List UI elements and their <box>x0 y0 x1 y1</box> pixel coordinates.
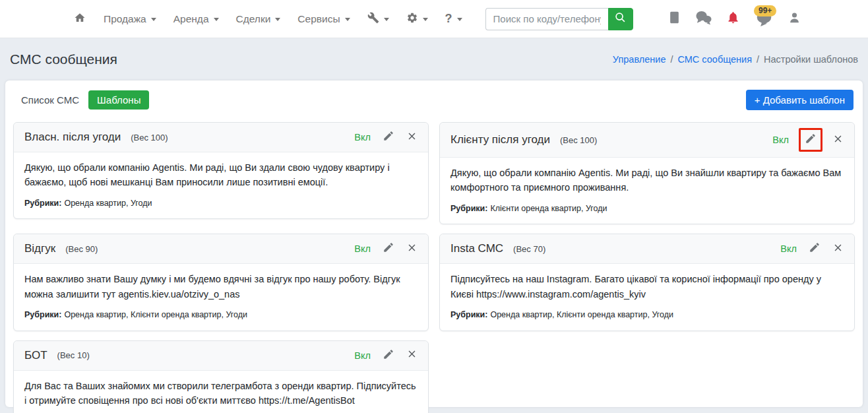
enabled-toggle[interactable]: Вкл <box>354 132 371 143</box>
edit-button[interactable] <box>381 346 396 365</box>
template-card: БОТ (Вес 10) Вкл Для Вас та Ваших знайом… <box>13 340 429 413</box>
template-controls: Вкл <box>354 346 418 365</box>
nav-menu-rent[interactable]: Аренда <box>165 8 228 30</box>
enabled-toggle[interactable]: Вкл <box>780 243 797 254</box>
template-text: Підписуйтесь на наш Instagram. Багато ці… <box>450 272 844 302</box>
delete-button[interactable] <box>406 131 418 144</box>
template-controls: Вкл <box>780 239 844 258</box>
close-icon <box>406 348 418 362</box>
breadcrumb-current: Настройки шаблонов <box>764 54 858 65</box>
tab-sms-list[interactable]: Список СМС <box>15 90 86 110</box>
page-head: СМС сообщения Управление/СМС сообщения/Н… <box>0 38 868 80</box>
messages-button[interactable]: 99+ <box>754 9 774 29</box>
rubrics-values: Оренда квартир, Клієнти оренда квартир, … <box>490 310 673 319</box>
journal-button[interactable] <box>668 11 681 27</box>
rubrics-values: Оренда квартир, Угоди <box>64 199 152 208</box>
template-controls: Вкл <box>354 239 418 258</box>
close-icon <box>832 242 844 256</box>
template-text: Нам важливо знати Вашу думку і ми будемо… <box>24 272 418 302</box>
edit-button[interactable] <box>799 128 822 152</box>
add-template-button[interactable]: + Добавить шаблон <box>746 90 853 110</box>
template-card: Відгук (Вес 90) Вкл Нам важливо знати Ва… <box>13 234 429 331</box>
enabled-toggle[interactable]: Вкл <box>772 135 789 145</box>
chevron-down-icon <box>423 18 428 21</box>
journal-icon <box>668 11 681 27</box>
pencil-icon <box>805 133 817 147</box>
tab-templates[interactable]: Шаблоны <box>88 90 149 110</box>
template-title: БОТ <box>24 349 47 362</box>
nav-tools-dropdown[interactable] <box>359 7 398 32</box>
template-card-body: Для Вас та Ваших знайомих ми створили те… <box>14 371 428 413</box>
nav-menu-deals[interactable]: Сделки <box>228 8 290 30</box>
pencil-icon <box>383 241 394 256</box>
unread-count-badge: 99+ <box>754 5 776 16</box>
help-icon: ? <box>445 12 452 26</box>
chevron-down-icon <box>345 18 350 21</box>
template-card-header: БОТ (Вес 10) Вкл <box>14 341 428 371</box>
nav-menu-label: Сервисы <box>297 13 340 25</box>
edit-button[interactable] <box>381 239 396 258</box>
breadcrumb-link-sms[interactable]: СМС сообщения <box>677 54 752 65</box>
chevron-down-icon <box>384 18 389 21</box>
search-icon <box>615 12 626 26</box>
delete-button[interactable] <box>406 242 418 256</box>
nav-menu: Продажа Аренда Сделки Сервисы <box>65 7 471 32</box>
rubrics-label: Рубрики: <box>24 199 61 208</box>
nav-menu-services[interactable]: Сервисы <box>289 8 358 30</box>
nav-menu-label: Продажа <box>104 13 146 25</box>
template-text: Для Вас та Ваших знайомих ми створили те… <box>24 379 418 408</box>
top-navbar: Продажа Аренда Сделки Сервисы <box>0 0 868 38</box>
template-title: Insta СМС <box>450 242 503 255</box>
enabled-toggle[interactable]: Вкл <box>354 243 371 254</box>
nav-home[interactable] <box>65 7 95 32</box>
pencil-icon <box>383 348 394 363</box>
template-controls: Вкл <box>354 128 418 146</box>
template-weight: (Вес 10) <box>57 350 90 360</box>
search-group <box>485 8 633 30</box>
template-rubrics: Рубрики:Оренда квартир, Клієнти оренда к… <box>24 309 418 321</box>
pencil-icon <box>383 130 394 144</box>
chats-button[interactable] <box>695 10 712 28</box>
page-title: СМС сообщения <box>10 51 117 67</box>
rubrics-label: Рубрики: <box>450 310 487 319</box>
wrench-icon <box>367 12 379 26</box>
search-button[interactable] <box>608 8 633 30</box>
template-title: Клієнту після угоди <box>450 133 550 146</box>
delete-button[interactable] <box>832 133 844 147</box>
template-weight: (Вес 100) <box>131 133 168 143</box>
close-icon <box>406 131 418 144</box>
template-rubrics: Рубрики:Клієнти оренда квартир, Угоди <box>450 203 844 215</box>
nav-help-dropdown[interactable]: ? <box>437 7 471 31</box>
delete-button[interactable] <box>832 242 844 256</box>
pencil-icon <box>809 241 821 256</box>
delete-button[interactable] <box>406 348 418 362</box>
notifications-button[interactable] <box>726 10 740 28</box>
content-panel: Список СМС Шаблоны + Добавить шаблон Вла… <box>5 80 863 407</box>
nav-settings-dropdown[interactable] <box>398 7 437 32</box>
gear-icon <box>406 12 418 26</box>
breadcrumb-separator: / <box>670 54 673 65</box>
nav-menu-label: Сделки <box>236 13 271 25</box>
template-title: Власн. після угоди <box>24 131 121 144</box>
template-weight: (Вес 90) <box>65 244 98 254</box>
template-card-header: Відгук (Вес 90) Вкл <box>14 234 428 264</box>
cards-grid: Власн. після угоди (Вес 100) Вкл Дякую, … <box>12 122 856 413</box>
edit-button[interactable] <box>807 239 822 258</box>
chat-bubbles-icon <box>695 10 712 28</box>
rubrics-label: Рубрики: <box>450 204 487 213</box>
template-card-body: Дякую, що обрали компанію Agentis. Ми ра… <box>440 158 854 224</box>
enabled-toggle[interactable]: Вкл <box>354 350 371 361</box>
template-card-header: Клієнту після угоди (Вес 100) Вкл <box>440 123 854 158</box>
breadcrumb: Управление/СМС сообщения/Настройки шабло… <box>613 54 858 65</box>
chevron-down-icon <box>275 18 280 21</box>
tabs-toolbar: Список СМС Шаблоны + Добавить шаблон <box>15 90 853 110</box>
chevron-down-icon <box>214 18 219 21</box>
bell-icon <box>726 10 740 28</box>
search-input[interactable] <box>485 8 608 30</box>
nav-menu-sales[interactable]: Продажа <box>95 8 165 30</box>
chevron-down-icon <box>457 18 462 21</box>
breadcrumb-link-management[interactable]: Управление <box>613 54 666 65</box>
user-profile-button[interactable] <box>788 11 801 27</box>
edit-button[interactable] <box>381 128 396 146</box>
rubrics-values: Оренда квартир, Клієнти оренда квартир, … <box>64 310 247 319</box>
